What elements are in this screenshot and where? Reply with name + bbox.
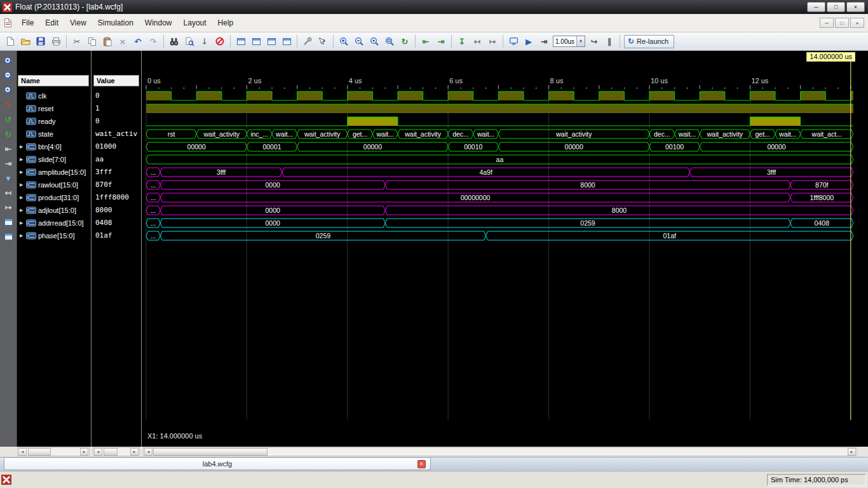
goto-sim-end-icon[interactable]: ↻ (2, 128, 15, 141)
combo-dropdown-icon[interactable]: ▼ (576, 36, 585, 46)
tab-close-icon[interactable]: × (417, 460, 426, 468)
zoom-area-icon[interactable] (383, 34, 397, 48)
signal-row-btn-4-0[interactable]: ▶btn[4:0] (17, 140, 90, 153)
cascade-windows-icon[interactable] (249, 34, 263, 48)
goto-previous-icon[interactable]: ⇤ (419, 34, 433, 48)
next-transition-icon[interactable]: ↦ (2, 201, 15, 214)
relaunch-button[interactable]: ↻Re-launch (624, 35, 674, 48)
scroll-left-icon[interactable]: ◄ (144, 448, 153, 456)
expand-icon[interactable]: ▶ (17, 157, 26, 162)
signal-row-state[interactable]: state (17, 128, 90, 140)
cut-icon[interactable]: ✂ (70, 34, 84, 48)
zoom-out-icon[interactable] (2, 69, 15, 83)
next-marker-icon[interactable]: ⇥ (2, 157, 15, 170)
menu-layout[interactable]: Layout (178, 16, 212, 30)
new-window-icon[interactable] (234, 34, 248, 48)
waveform-panel[interactable]: 0 us2 us4 us6 us8 us10 us12 usrstwait_ac… (143, 51, 868, 447)
zoom-in-icon[interactable] (337, 34, 351, 48)
menu-window[interactable]: Window (139, 16, 178, 30)
redo-icon[interactable]: ↷ (146, 34, 160, 48)
undo-icon[interactable]: ↶ (131, 34, 145, 48)
expand-icon[interactable]: ▶ (17, 220, 26, 226)
next-transition-icon[interactable]: ↦ (485, 34, 499, 48)
zoom-full-view-icon[interactable] (2, 84, 15, 97)
signal-row-rawlout-15-0[interactable]: ▶rawlout[15:0] (17, 179, 90, 191)
scrollbar-thumb[interactable] (104, 448, 118, 456)
zoom-in-icon[interactable] (2, 55, 15, 68)
delete-icon[interactable]: × (116, 34, 130, 48)
float-window-icon[interactable] (2, 215, 15, 229)
scroll-right-icon[interactable]: ► (130, 448, 139, 456)
console-icon[interactable] (506, 34, 520, 48)
highlight-color-icon[interactable]: ✎ (2, 98, 15, 112)
waveform-canvas[interactable]: 0 us2 us4 us6 us8 us10 us12 usrstwait_ac… (143, 51, 868, 447)
signal-row-product-31-0[interactable]: ▶product[31:0] (17, 191, 90, 204)
paste-icon[interactable] (100, 34, 114, 48)
add-marker-icon[interactable]: ▾ (2, 172, 15, 185)
scroll-right-icon[interactable]: ► (80, 448, 88, 456)
signal-row-reset[interactable]: reset (17, 102, 90, 115)
settings-icon[interactable] (301, 34, 315, 48)
minimize-button[interactable]: ─ (807, 2, 825, 12)
goto-next-icon[interactable]: ⇥ (434, 34, 448, 48)
menu-view[interactable]: View (64, 16, 92, 30)
run-until-icon[interactable]: ⇥ (537, 34, 551, 48)
name-panel-hscrollbar[interactable]: ◄ ► (17, 447, 90, 456)
signal-row-clk[interactable]: clk (17, 90, 90, 102)
expand-icon[interactable]: ▶ (17, 182, 26, 187)
save-icon[interactable] (34, 34, 48, 48)
zoom-out-icon[interactable] (352, 34, 366, 48)
mdi-minimize-button[interactable]: ─ (820, 18, 834, 28)
close-button[interactable]: × (846, 2, 865, 12)
refresh-icon[interactable]: ↻ (398, 34, 412, 48)
menu-help[interactable]: Help (212, 16, 240, 30)
stop-icon[interactable] (213, 34, 227, 48)
zoom-full-view-icon[interactable] (367, 34, 381, 48)
scrollbar-thumb[interactable] (28, 448, 51, 456)
maximize-button[interactable]: □ (827, 2, 845, 12)
expand-icon[interactable]: ▶ (17, 144, 26, 149)
run-duration-combobox[interactable]: 1.00us▼ (553, 36, 585, 47)
menu-simulation[interactable]: Simulation (92, 16, 139, 30)
tile-horizontally-icon[interactable] (264, 34, 278, 48)
prev-transition-icon[interactable]: ↤ (470, 34, 484, 48)
prev-marker-icon[interactable]: ⇤ (2, 142, 15, 156)
copy-icon[interactable] (85, 34, 99, 48)
waveform-hscrollbar[interactable]: ◄ ► (143, 447, 857, 456)
tab-lab4-wcfg[interactable]: lab4.wcfg × (4, 458, 431, 470)
scrollbar-thumb[interactable] (153, 448, 268, 456)
prev-transition-icon[interactable]: ↤ (2, 186, 15, 200)
scroll-right-icon[interactable]: ► (848, 448, 856, 456)
break-icon[interactable]: ‖ (602, 34, 616, 48)
print-icon[interactable] (49, 34, 63, 48)
goto-source-icon[interactable]: ↓ (198, 34, 212, 48)
find-in-files-icon[interactable] (182, 34, 196, 48)
mdi-close-button[interactable]: × (850, 18, 864, 28)
signal-row-adjlout-15-0[interactable]: ▶adjlout[15:0] (17, 204, 90, 217)
scroll-left-icon[interactable]: ◄ (94, 448, 102, 456)
signal-row-phase-15-0[interactable]: ▶phase[15:0] (17, 229, 90, 242)
mdi-restore-button[interactable]: □ (835, 18, 849, 28)
signal-row-ready[interactable]: ready (17, 115, 90, 128)
step-icon[interactable]: ↪ (587, 34, 601, 48)
scroll-left-icon[interactable]: ◄ (18, 448, 27, 456)
add-marker-icon[interactable]: ↧ (455, 34, 469, 48)
value-panel-hscrollbar[interactable]: ◄ ► (93, 447, 140, 456)
open-file-icon[interactable] (18, 34, 32, 48)
expand-icon[interactable]: ▶ (17, 170, 26, 175)
goto-time-zero-icon[interactable]: ↺ (2, 113, 15, 126)
new-file-icon[interactable] (3, 34, 17, 48)
signal-row-addrread-15-0[interactable]: ▶addrread[15:0] (17, 217, 90, 229)
menu-file[interactable]: File (16, 16, 39, 30)
expand-icon[interactable]: ▶ (17, 233, 26, 238)
tile-vertically-icon[interactable] (280, 34, 294, 48)
menu-edit[interactable]: Edit (39, 16, 64, 30)
find-icon[interactable] (167, 34, 181, 48)
expand-icon[interactable]: ▶ (17, 195, 26, 200)
context-help-icon[interactable]: ? (316, 34, 330, 48)
expand-icon[interactable]: ▶ (17, 208, 26, 213)
dock-window-icon[interactable] (2, 230, 15, 243)
signal-row-amplitude-15-0[interactable]: ▶amplitude[15:0] (17, 166, 90, 179)
run-icon[interactable]: ▶ (522, 34, 536, 48)
signal-row-slide-7-0[interactable]: ▶slide[7:0] (17, 153, 90, 166)
